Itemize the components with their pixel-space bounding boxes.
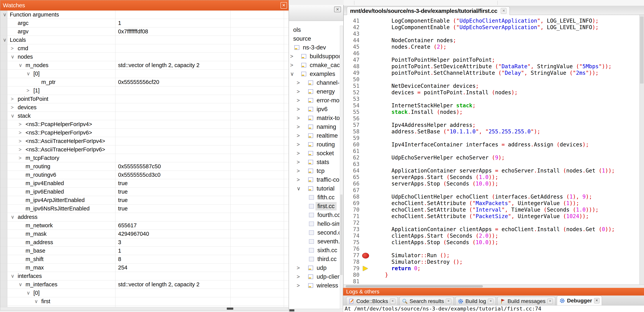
watch-row[interactable]: m_ipv6NsRsJitterEnabledtrue: [0, 204, 288, 213]
watches-hscroll-thumb[interactable]: [227, 308, 233, 310]
code-line-71[interactable]: 71 echoClient.SetAttribute ("PacketSize"…: [344, 213, 644, 220]
code-line-70[interactable]: 70 echoClient.SetAttribute ("Interval", …: [344, 207, 644, 213]
code-line-53[interactable]: 53: [344, 96, 644, 102]
breakpoint-margin[interactable]: [361, 187, 370, 193]
collapse-chevron-icon[interactable]: ∨: [3, 10, 6, 18]
editor-tab-first-cc[interactable]: mnt/dev/tools/source/ns-3-dev/examples/t…: [347, 6, 510, 15]
code-line-50[interactable]: 50: [344, 76, 644, 83]
breakpoint-margin[interactable]: [361, 18, 370, 24]
tree-item-udp[interactable]: >udp: [289, 264, 340, 273]
expand-chevron-icon[interactable]: >: [297, 167, 300, 175]
line-number[interactable]: 69: [344, 200, 361, 207]
line-number[interactable]: 45: [344, 44, 361, 50]
line-number[interactable]: 52: [344, 89, 361, 96]
expand-chevron-icon[interactable]: >: [297, 123, 300, 131]
breakpoint-margin[interactable]: [361, 193, 370, 200]
tree-item-third-cc[interactable]: third.cc: [289, 255, 340, 264]
breakpoint-margin[interactable]: [361, 246, 370, 252]
watches-titlebar[interactable]: Watches ✕: [0, 0, 288, 10]
close-icon[interactable]: ✕: [548, 299, 553, 304]
tree-item-udp-client-ser[interactable]: >udp-client-ser: [289, 273, 340, 281]
code-line-49[interactable]: 49 pointToPoint.SetChannelAttribute ("De…: [344, 70, 644, 76]
expand-chevron-icon[interactable]: >: [297, 114, 300, 122]
line-number[interactable]: 47: [344, 57, 361, 63]
editor-vscroll-thumb[interactable]: [640, 16, 644, 84]
code-line-58[interactable]: 58 address.SetBase ("10.1.1.0", "255.255…: [344, 128, 644, 135]
tree-item-energy[interactable]: >energy: [289, 87, 340, 96]
breakpoint-margin[interactable]: [361, 96, 370, 102]
line-number[interactable]: 72: [344, 220, 361, 226]
code-line-72[interactable]: 72: [344, 220, 644, 226]
line-number[interactable]: 57: [344, 122, 361, 128]
watch-row[interactable]: ∨nodes: [0, 53, 288, 61]
watch-row[interactable]: >cmd: [0, 44, 288, 53]
logs-titlebar[interactable]: Logs & others: [343, 288, 644, 296]
watch-row[interactable]: m_ipv4ArpJitterEnabledtrue: [0, 196, 288, 204]
code-line-45[interactable]: 45 nodes.Create (2);: [344, 44, 644, 50]
collapse-chevron-icon[interactable]: ∨: [18, 280, 22, 289]
close-icon[interactable]: ✕: [446, 299, 451, 304]
code-line-75[interactable]: 75 clientApps.Stop (Seconds (10.0));: [344, 239, 644, 246]
line-number[interactable]: 63: [344, 161, 361, 167]
breakpoint-margin[interactable]: [361, 200, 370, 207]
tree-item-sixth-cc[interactable]: sixth.cc: [289, 246, 340, 255]
line-number[interactable]: 67: [344, 187, 361, 193]
expand-chevron-icon[interactable]: >: [297, 87, 300, 96]
breakpoint-icon[interactable]: [362, 253, 369, 259]
code-line-74[interactable]: 74 clientApps.Start (Seconds (2.0));: [344, 233, 644, 239]
tree-item-matrix-topolo[interactable]: >matrix-topolo: [289, 114, 340, 123]
line-number[interactable]: 81: [344, 278, 361, 284]
code-line-68[interactable]: 68 UdpEchoClientHelper echoClient (inter…: [344, 193, 644, 200]
line-number[interactable]: 64: [344, 167, 361, 174]
collapse-chevron-icon[interactable]: ∨: [11, 272, 14, 280]
breakpoint-margin[interactable]: [361, 76, 370, 83]
tree-item-routing[interactable]: >routing: [289, 140, 340, 149]
code-line-77[interactable]: 77 Simulator::Run ();: [344, 252, 644, 259]
expand-chevron-icon[interactable]: >: [11, 95, 14, 103]
breakpoint-margin[interactable]: [361, 122, 370, 128]
tree-item-naming[interactable]: >naming: [289, 123, 340, 132]
line-number[interactable]: 61: [344, 148, 361, 155]
line-number[interactable]: 62: [344, 155, 361, 161]
watch-row[interactable]: ∨[0]: [0, 289, 288, 297]
breakpoint-margin[interactable]: [361, 239, 370, 246]
close-icon[interactable]: ✕: [334, 6, 341, 12]
watch-row[interactable]: m_ipv6Enabledtrue: [0, 188, 288, 196]
code-line-59[interactable]: 59: [344, 135, 644, 142]
line-number[interactable]: 41: [344, 18, 361, 24]
code-line-57[interactable]: 57 Ipv4AddressHelper address;: [344, 122, 644, 128]
expand-chevron-icon[interactable]: >: [290, 52, 293, 61]
tree-item-second-cc[interactable]: second.cc: [289, 228, 340, 237]
watch-row[interactable]: >pointToPoint: [0, 95, 288, 103]
watch-row[interactable]: ∨first: [0, 297, 288, 306]
expand-chevron-icon[interactable]: >: [11, 44, 14, 52]
close-icon[interactable]: ✕: [280, 2, 287, 9]
expand-chevron-icon[interactable]: >: [18, 129, 22, 137]
tree-item-seventh-cc[interactable]: seventh.cc: [289, 237, 340, 246]
editor-hscroll-thumb[interactable]: [346, 285, 483, 288]
breakpoint-margin[interactable]: [361, 63, 370, 70]
breakpoint-margin[interactable]: [361, 128, 370, 135]
editor-hscrollbar[interactable]: [344, 284, 644, 288]
tree-item-source[interactable]: source: [289, 34, 340, 43]
tree-item-examples[interactable]: ∨examples: [289, 70, 340, 79]
collapse-chevron-icon[interactable]: ∨: [297, 184, 301, 193]
breakpoint-margin[interactable]: [361, 259, 370, 265]
code-line-67[interactable]: 67: [344, 187, 644, 193]
watches-hscrollbar[interactable]: [0, 307, 288, 310]
collapse-chevron-icon[interactable]: ∨: [3, 36, 6, 44]
code-line-60[interactable]: 60 Ipv4InterfaceContainer interfaces = a…: [344, 142, 644, 148]
line-number[interactable]: 56: [344, 115, 361, 122]
collapse-chevron-icon[interactable]: ∨: [11, 53, 14, 61]
code-line-56[interactable]: 56: [344, 115, 644, 122]
breakpoint-margin[interactable]: [361, 83, 370, 89]
line-number[interactable]: 42: [344, 24, 361, 31]
code-line-78[interactable]: 78 Simulator::Destroy ();: [344, 259, 644, 265]
line-number[interactable]: 74: [344, 233, 361, 239]
breakpoint-margin[interactable]: [361, 31, 370, 37]
close-icon[interactable]: ✕: [390, 299, 395, 304]
tree-item-traffic-contro[interactable]: >traffic-contro: [289, 175, 340, 184]
expand-chevron-icon[interactable]: >: [297, 105, 300, 114]
line-number[interactable]: 70: [344, 207, 361, 213]
tree-item-tcp[interactable]: >tcp: [289, 167, 340, 175]
